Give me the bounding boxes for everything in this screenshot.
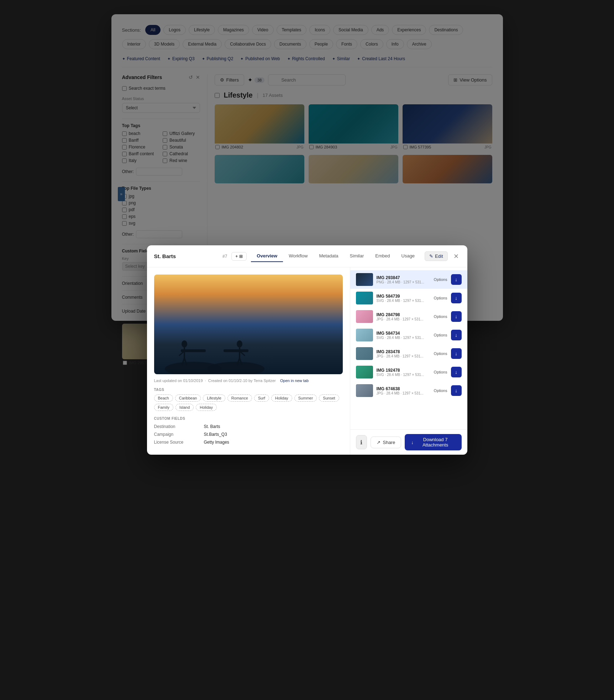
cf-row-license: License Source Getty Images [154, 440, 343, 445]
svg-point-7 [208, 362, 264, 374]
file-download-img584734[interactable]: ↓ [451, 330, 462, 340]
cf-val-license: Getty Images [204, 440, 229, 445]
file-options-img584734[interactable]: Options [434, 333, 447, 337]
tags-section-title: TAGS [154, 388, 343, 392]
file-name-img192478: IMG 192478 [377, 368, 430, 373]
file-options-img674638[interactable]: Options [434, 388, 447, 393]
tag-caribbean-pill[interactable]: Caribbean [175, 395, 201, 402]
tab-metadata[interactable]: Metadata [313, 250, 344, 262]
file-download-img192478[interactable]: ↓ [451, 367, 462, 377]
file-thumb-img283478 [356, 347, 373, 360]
file-item-img293847[interactable]: IMG 293847 PNG · 28.4 MB · 1297 × 531...… [350, 270, 467, 289]
tab-similar[interactable]: Similar [344, 250, 370, 262]
file-download-img283478[interactable]: ↓ [451, 348, 462, 359]
share-button[interactable]: ↗ Share [371, 437, 401, 448]
tag-romance-pill[interactable]: Romance [227, 395, 252, 402]
file-info-img192478: IMG 192478 SVG · 28.4 MB · 1297 × 531... [377, 368, 430, 377]
edit-icon: ✎ [429, 254, 433, 259]
file-meta-img283478: JPG · 28.4 MB · 1297 × 531... [377, 354, 430, 358]
plus-icon: + [235, 254, 238, 259]
file-meta-img293847: PNG · 28.4 MB · 1297 × 531... [377, 280, 430, 284]
file-thumb-img192478 [356, 366, 373, 378]
file-download-img674638[interactable]: ↓ [451, 385, 462, 396]
cf-key-campaign: Campaign [154, 432, 204, 437]
file-thumb-img584734 [356, 329, 373, 341]
file-item-img284798[interactable]: IMG 284798 JPG · 28.4 MB · 1297 × 531...… [350, 307, 467, 326]
svg-rect-8 [224, 349, 248, 352]
tag-surf-pill[interactable]: Surf [254, 395, 269, 402]
cf-key-license: License Source [154, 440, 204, 445]
modal-main-image[interactable] [154, 275, 343, 374]
share-icon: ↗ [377, 440, 381, 445]
tab-embed[interactable]: Embed [369, 250, 395, 262]
file-info-img674638: IMG 674638 JPG · 28.4 MB · 1297 × 531... [377, 386, 430, 395]
share-label: Share [383, 440, 395, 445]
modal-add-button[interactable]: + ⊞ [231, 252, 247, 261]
file-meta-img674638: JPG · 28.4 MB · 1297 × 531... [377, 391, 430, 395]
tab-workflow[interactable]: Workflow [283, 250, 313, 262]
file-download-img584739[interactable]: ↓ [451, 293, 462, 303]
tab-usage[interactable]: Usage [396, 250, 421, 262]
cf-row-destination: Destination St. Barts [154, 424, 343, 429]
file-options-img284798[interactable]: Options [434, 314, 447, 319]
tab-overview[interactable]: Overview [251, 250, 283, 262]
file-options-img584739[interactable]: Options [434, 296, 447, 300]
tags-row: Beach Caribbean Lifestyle Romance Surf H… [154, 395, 343, 411]
file-info-img584739: IMG 584739 SVG · 28.4 MB · 1297 × 531... [377, 294, 430, 303]
modal-count: #7 [222, 254, 227, 259]
tag-beach-pill[interactable]: Beach [154, 395, 173, 402]
file-item-img584734[interactable]: IMG 584734 SVG · 28.4 MB · 1297 × 531...… [350, 326, 467, 344]
tag-holiday2-pill[interactable]: Holiday [196, 404, 217, 411]
asset-detail-modal: St. Barts #7 + ⊞ Overview Workflow Metad… [147, 245, 467, 455]
file-options-img293847[interactable]: Options [434, 277, 447, 282]
tag-holiday-pill[interactable]: Holiday [271, 395, 292, 402]
svg-point-9 [237, 340, 242, 348]
file-info-img283478: IMG 283478 JPG · 28.4 MB · 1297 × 531... [377, 349, 430, 358]
tag-sunset-pill[interactable]: Sunset [319, 395, 339, 402]
cf-val-campaign: St.Barts_Q3 [204, 432, 227, 437]
file-meta-img284798: JPG · 28.4 MB · 1297 × 531... [377, 317, 430, 321]
tag-family-pill[interactable]: Family [154, 404, 173, 411]
last-updated-text: Last updated on 01/10/2019 [154, 378, 203, 383]
modal-tabs: Overview Workflow Metadata Similar Embed… [251, 250, 420, 262]
file-list: IMG 293847 PNG · 28.4 MB · 1297 × 531...… [350, 267, 467, 429]
cf-row-campaign: Campaign St.Barts_Q3 [154, 432, 343, 437]
file-name-img584734: IMG 584734 [377, 331, 430, 336]
modal-close-button[interactable]: ✕ [452, 251, 460, 262]
file-options-img283478[interactable]: Options [434, 351, 447, 356]
file-options-img192478[interactable]: Options [434, 370, 447, 374]
custom-fields-section-title: CUSTOM FIELDS [154, 417, 343, 420]
download-all-label: Download 7 Attachments [416, 437, 455, 448]
modal-header: St. Barts #7 + ⊞ Overview Workflow Metad… [147, 245, 467, 267]
file-name-img283478: IMG 283478 [377, 349, 430, 354]
surfer-silhouette [154, 317, 296, 374]
open-new-tab-link[interactable]: Open in new tab [280, 378, 309, 383]
file-download-img293847[interactable]: ↓ [451, 274, 462, 285]
modal-right-panel: IMG 293847 PNG · 28.4 MB · 1297 × 531...… [350, 267, 467, 455]
tag-island-pill[interactable]: Island [175, 404, 194, 411]
file-item-img192478[interactable]: IMG 192478 SVG · 28.4 MB · 1297 × 531...… [350, 363, 467, 381]
file-name-img674638: IMG 674638 [377, 386, 430, 391]
file-download-img284798[interactable]: ↓ [451, 311, 462, 322]
modal-footer: ℹ ↗ Share ↓ Download 7 Attachments [350, 429, 467, 455]
modal-edit-button[interactable]: ✎ Edit [425, 251, 447, 261]
file-name-img293847: IMG 293847 [377, 275, 430, 280]
file-thumb-img584739 [356, 292, 373, 304]
info-icon-button[interactable]: ℹ [356, 435, 367, 449]
modal-overlay: St. Barts #7 + ⊞ Overview Workflow Metad… [0, 0, 614, 700]
created-text: Created on 01/10/2-10 by Terra Spitzer [208, 378, 276, 383]
file-name-img284798: IMG 284798 [377, 312, 430, 317]
file-item-img674638[interactable]: IMG 674638 JPG · 28.4 MB · 1297 × 531...… [350, 381, 467, 400]
download-all-button[interactable]: ↓ Download 7 Attachments [405, 434, 461, 450]
svg-point-2 [182, 340, 187, 348]
file-info-img284798: IMG 284798 JPG · 28.4 MB · 1297 × 531... [377, 312, 430, 321]
modal-left-panel: Last updated on 01/10/2019 · Created on … [147, 267, 350, 455]
modal-title: St. Barts [154, 253, 218, 259]
main-container: Sections: All Logos Lifestyle Magazines … [111, 14, 503, 366]
file-item-img584739[interactable]: IMG 584739 SVG · 28.4 MB · 1297 × 531...… [350, 289, 467, 307]
tag-summer-pill[interactable]: Summer [294, 395, 317, 402]
file-meta-img192478: SVG · 28.4 MB · 1297 × 531... [377, 373, 430, 377]
cf-key-destination: Destination [154, 424, 204, 429]
file-item-img283478[interactable]: IMG 283478 JPG · 28.4 MB · 1297 × 531...… [350, 344, 467, 363]
tag-lifestyle-pill[interactable]: Lifestyle [203, 395, 225, 402]
